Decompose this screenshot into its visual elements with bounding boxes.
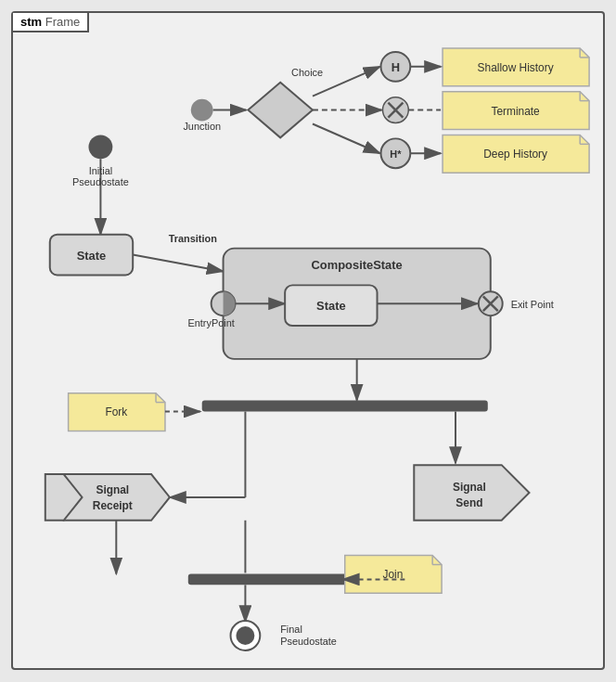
state-label: State — [77, 249, 107, 263]
choice-to-deep-arrow — [313, 123, 380, 153]
initial-pseudostate-label: Initial — [89, 165, 113, 176]
transition-label: Transition — [169, 233, 217, 244]
signal-receipt-text2: Receipt — [93, 499, 133, 512]
exit-point-label: Exit Point — [511, 299, 554, 310]
entry-point-label: EntryPoint — [187, 317, 234, 328]
final-label2: Pseudostate — [280, 636, 337, 647]
fork-bar — [202, 401, 488, 412]
junction-label: Junction — [183, 121, 221, 132]
fork-text: Fork — [105, 405, 127, 418]
deep-history-h: H* — [390, 148, 402, 160]
choice-label: Choice — [291, 67, 323, 78]
diagram-svg: Initial Pseudostate Junction Choice H Sh… — [13, 13, 603, 668]
inner-state-label: State — [316, 299, 346, 313]
composite-state-label: CompositeState — [312, 258, 403, 272]
signal-send-text1: Signal — [453, 481, 486, 494]
shallow-history-text: Shallow History — [478, 61, 554, 74]
shallow-history-h: H — [391, 60, 400, 74]
terminate-symbol — [382, 97, 408, 123]
deep-history-text: Deep History — [483, 148, 547, 161]
signal-receipt-text1: Signal — [96, 483, 129, 496]
initial-pseudostate-label2: Pseudostate — [72, 176, 129, 187]
signal-send-text2: Send — [456, 496, 482, 509]
diagram-frame: stm Frame Initial Pseudostate Junction C… — [11, 11, 605, 670]
final-label1: Final — [280, 624, 302, 635]
junction-circle — [191, 99, 213, 122]
final-inner-circle — [236, 626, 254, 645]
initial-pseudostate-circle — [88, 135, 112, 159]
terminate-text: Terminate — [491, 105, 540, 118]
choice-diamond — [248, 83, 313, 138]
state-to-composite-arrow — [133, 255, 223, 272]
